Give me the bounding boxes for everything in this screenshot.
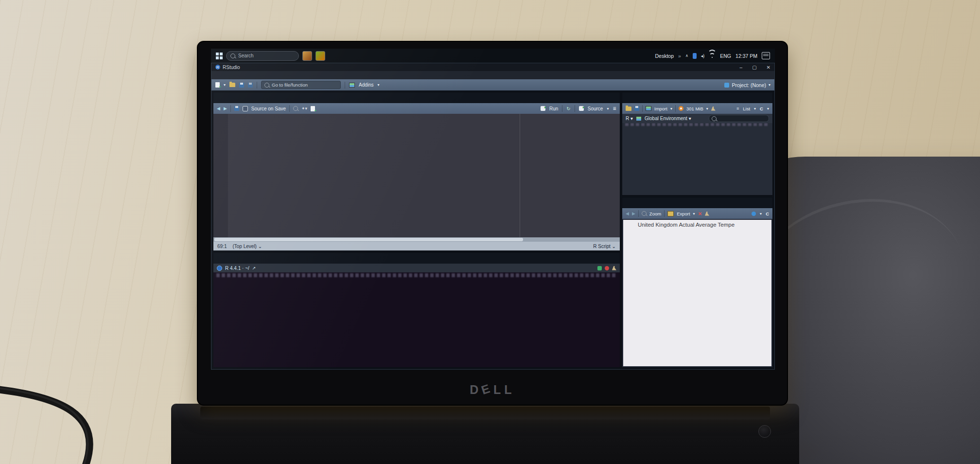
environment-tabbar [622,92,772,103]
back-icon[interactable]: ◀ [217,106,220,111]
environment-toolbar: Import ▾ 301 MiB ▾ ≡ List ▾ C [622,103,772,114]
horizontal-scrollbar[interactable] [213,237,620,242]
source-toolbar: ◀ ▶ Source on Save ✦▾ [213,103,620,114]
source-on-save-checkbox[interactable] [243,106,248,111]
memory-usage[interactable]: 301 MiB [686,106,703,111]
profile-icon[interactable] [597,266,602,270]
source-on-save-label: Source on Save [251,106,286,111]
goto-placeholder: Go to file/function [272,82,308,88]
compile-report-icon[interactable] [311,106,315,111]
addins-button[interactable]: Addins [359,82,374,88]
start-button-icon[interactable] [216,53,223,59]
rerun-icon[interactable]: ↻ [566,106,570,111]
minimize-button[interactable]: – [740,65,743,70]
clear-plots-icon[interactable] [705,212,709,216]
goto-file-function-input[interactable]: Go to file/function [261,81,341,89]
code-editor[interactable] [213,114,620,237]
file-type-selector[interactable]: R Script ⌄ [593,244,616,249]
document-outline-icon[interactable]: ≣ [612,106,616,111]
wifi-icon[interactable] [709,53,716,58]
clock[interactable]: 12:37 PM [735,53,757,59]
laptop-base [171,404,799,464]
speaker-icon[interactable]: ◂) [701,54,705,58]
chevron-down-icon: ▾ [378,83,380,87]
editor-statusbar: 69:1 (Top Level) ⌄ R Script ⌄ [213,242,620,250]
addins-icon [349,83,355,88]
import-dataset-button[interactable]: Import [654,106,667,111]
source-pane: ◀ ▶ Source on Save ✦▾ [213,92,620,251]
load-workspace-icon[interactable] [626,107,631,111]
remove-plot-icon[interactable]: ✕ [698,211,702,216]
r-version-label: R 4.4.1 · ~/ [225,266,249,271]
list-view-button[interactable]: List [743,106,750,111]
clipped-variable-row [625,123,770,126]
temperature-plot [623,230,771,366]
line-number-gutter [213,114,228,237]
workspace: ◀ ▶ Source on Save ✦▾ [211,90,774,369]
save-all-icon[interactable] [248,83,253,88]
environment-icon [636,116,642,121]
laptop-screen: Search Desktop » ∧ ◂) ENG 12:37 PM R RSt… [211,49,775,370]
bluetooth-icon[interactable] [693,53,697,59]
main-toolbar: ▾ Go to file/function Addins ▾ Project: … [211,79,774,90]
export-icon [667,211,674,216]
run-icon [541,106,545,111]
language-indicator[interactable]: ENG [720,53,731,59]
console-output[interactable] [213,272,620,367]
rstudio-logo-icon: R [215,65,220,70]
power-button[interactable] [758,425,771,438]
refresh-icon[interactable]: C [766,211,769,216]
chevron-down-icon: ▾ [607,107,609,111]
new-file-icon[interactable] [215,82,220,88]
previous-plot-icon[interactable]: ◀ [626,211,629,216]
plot-title: United Kingdom Actual Average Tempe [638,222,771,228]
save-icon[interactable] [239,83,244,88]
desktop-chevrons: » [678,53,681,59]
tray-expand-icon[interactable]: ∧ [685,54,688,58]
forward-icon[interactable]: ▶ [224,106,227,111]
open-file-icon[interactable] [229,83,235,87]
console-pane: R 4.4.1 · ~/ ↗ [213,252,620,368]
keyboard[interactable] [171,404,799,464]
dell-logo: DELL [198,383,787,397]
run-button[interactable]: Run [549,106,558,111]
zoom-button[interactable]: Zoom [649,211,661,216]
project-selector[interactable]: Project: (None) [732,82,766,88]
open-in-window-icon[interactable]: ↗ [252,266,256,270]
chevron-down-icon: ▾ [769,83,770,87]
clear-objects-icon[interactable] [711,107,716,111]
close-button[interactable]: ✕ [767,65,770,70]
environment-search-input[interactable] [709,115,769,122]
pinned-thumbnail-icon[interactable] [302,51,312,61]
window-title: RStudio [223,65,240,70]
source-button[interactable]: Source [588,106,603,111]
desktop-label[interactable]: Desktop [655,53,674,59]
maximize-button[interactable]: ▢ [752,65,756,70]
save-icon[interactable] [234,106,239,111]
environment-selector[interactable]: Global Environment ▾ [645,116,691,121]
chevron-down-icon: ▾ [224,83,226,87]
notification-center-icon[interactable] [762,52,770,59]
code-tools-icon[interactable]: ✦▾ [301,106,307,111]
scope-indicator[interactable]: (Top Level) ⌄ [232,244,262,249]
export-button[interactable]: Export [677,211,690,216]
search-placeholder: Search [238,53,254,58]
environment-pane: Import ▾ 301 MiB ▾ ≡ List ▾ C [622,92,773,196]
publish-icon[interactable] [752,212,756,216]
language-selector[interactable]: R ▾ [626,116,633,121]
photo-scene: { "taskbar": { "search_placeholder": "Se… [0,0,980,464]
clear-console-icon[interactable] [612,266,616,270]
list-view-icon: ≡ [736,106,739,111]
next-plot-icon[interactable]: ▶ [632,211,635,216]
rstudio-window: R RStudio – ▢ ✕ ▾ Go to file/function [211,63,775,370]
search-icon [230,54,235,58]
laptop-screen-bezel: Search Desktop » ∧ ◂) ENG 12:37 PM R RSt… [197,41,788,406]
taskbar-search-input[interactable]: Search [226,51,299,61]
pinned-thumbnail-icon[interactable] [315,51,325,61]
console-tabbar [213,253,620,264]
menu-bar [211,71,774,79]
find-icon[interactable] [293,106,298,111]
interrupt-icon[interactable] [605,266,609,270]
refresh-icon[interactable]: C [760,106,763,111]
save-workspace-icon[interactable] [634,106,639,111]
